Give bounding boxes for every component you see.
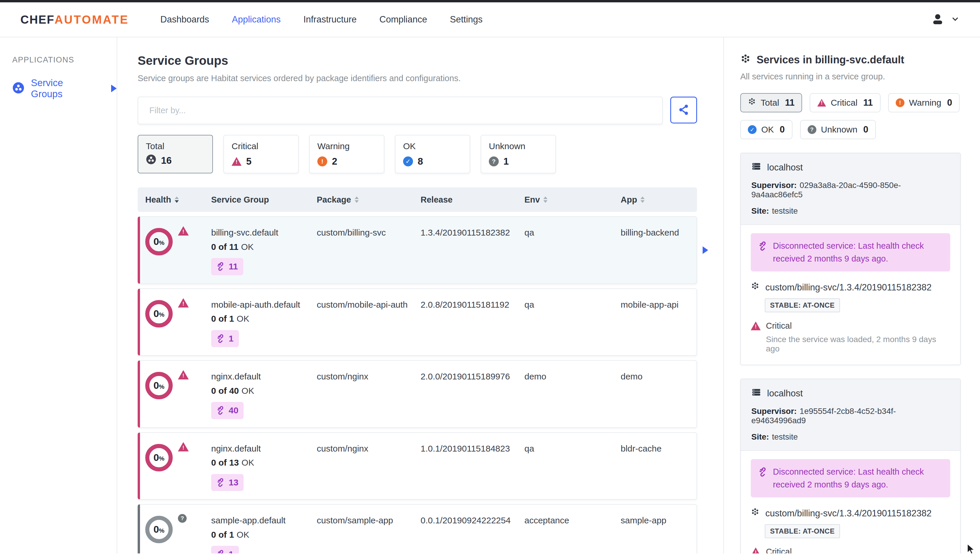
unknown-icon	[808, 125, 816, 134]
release-cell: 2.0.8/20190115181192	[421, 299, 524, 347]
host-name: localhost	[767, 162, 803, 173]
ok-count: 0 of 1OK	[211, 313, 309, 325]
table-row-nginx-demo[interactable]: 0% nginx.default 0 of 40OK 40 custom/ngi…	[138, 360, 697, 428]
detail-subtitle: All services running in a service group.	[740, 72, 961, 81]
ok-count: 0 of 13OK	[211, 457, 309, 469]
sort-icon[interactable]	[355, 196, 359, 203]
stat-value: 1	[503, 156, 509, 167]
warning-icon	[317, 156, 327, 166]
health-donut: 0%	[145, 228, 173, 255]
sort-icon[interactable]	[175, 196, 179, 203]
stat-card-critical[interactable]: Critical 5	[223, 135, 299, 173]
ok-count: 0 of 40OK	[211, 385, 309, 397]
package-dots-icon	[751, 508, 759, 519]
nav-infrastructure[interactable]: Infrastructure	[303, 14, 357, 25]
main-nav: Dashboards Applications Infrastructure C…	[161, 14, 931, 25]
column-header-package[interactable]: Package	[317, 195, 421, 204]
service-card[interactable]: localhost Supervisor:1e95554f-2cb8-4c52-…	[740, 378, 961, 553]
release-cell: 2.0.0/20190115189976	[421, 371, 524, 419]
warning-icon	[896, 98, 904, 107]
critical-icon	[817, 99, 826, 107]
service-group-list: 0% billing-svc.default 0 of 11OK 11 cust…	[138, 216, 697, 553]
table-header: Health Service Group Package Release Env…	[138, 187, 697, 212]
stat-card-ok[interactable]: OK 8	[395, 135, 470, 173]
stat-value: 16	[161, 155, 172, 166]
badge-ok[interactable]: OK0	[740, 120, 792, 139]
health-donut: 0%	[145, 300, 173, 327]
stat-label: Critical	[232, 141, 291, 151]
page-title: Service Groups	[138, 54, 723, 68]
column-header-app[interactable]: App	[620, 195, 697, 204]
services-dots-icon	[740, 54, 751, 65]
chef-automate-logo[interactable]: CHEFAUTOMATE	[21, 13, 129, 26]
top-strip	[0, 0, 980, 2]
env-cell: acceptance	[524, 515, 620, 553]
critical-icon	[751, 548, 760, 554]
package-cell: custom/nginx	[317, 371, 421, 419]
stat-card-warning[interactable]: Warning 2	[309, 135, 384, 173]
package-dots-icon	[751, 282, 759, 293]
disconnected-count-badge: 1	[211, 546, 239, 553]
stat-card-unknown[interactable]: Unknown 1	[480, 135, 556, 173]
user-menu[interactable]	[931, 12, 959, 27]
service-card-header: localhost Supervisor:1e95554f-2cb8-4c52-…	[741, 379, 960, 451]
column-header-service-group[interactable]: Service Group	[211, 195, 317, 204]
table-row-billing-svc[interactable]: 0% billing-svc.default 0 of 11OK 11 cust…	[138, 216, 697, 284]
nav-settings[interactable]: Settings	[450, 14, 482, 25]
sort-icon[interactable]	[543, 196, 547, 203]
ok-icon	[748, 125, 757, 134]
disconnected-alert: Disconnected service: Last health check …	[751, 459, 950, 497]
stat-card-total[interactable]: Total 16	[138, 135, 213, 173]
brand-automate: AUTOMATE	[54, 13, 129, 26]
sidebar-section-label: APPLICATIONS	[12, 56, 117, 64]
package-cell: custom/sample-app	[317, 515, 421, 553]
channel-tag: STABLE: AT-ONCE	[765, 298, 840, 312]
total-services-icon	[146, 154, 156, 167]
critical-icon	[178, 298, 189, 308]
table-row-nginx-qa[interactable]: 0% nginx.default 0 of 13OK 13 custom/ngi…	[138, 432, 697, 500]
table-row-mobile-api-auth[interactable]: 0% mobile-api-auth.default 0 of 1OK 1 cu…	[138, 288, 697, 356]
stat-label: Total	[146, 141, 205, 151]
env-cell: demo	[524, 371, 620, 419]
badge-unknown[interactable]: Unknown0	[800, 120, 876, 139]
service-group-name: sample-app.default	[211, 515, 309, 527]
detail-status-filters: Total11 Critical11 Warning0 OK0 Unknown0	[740, 93, 961, 139]
ok-count: 0 of 11OK	[211, 241, 309, 253]
nav-dashboards[interactable]: Dashboards	[161, 14, 209, 25]
badge-total[interactable]: Total11	[740, 93, 802, 112]
badge-critical[interactable]: Critical11	[810, 93, 880, 112]
column-header-health[interactable]: Health	[145, 195, 211, 204]
column-header-release[interactable]: Release	[421, 195, 524, 204]
release-cell: 0.0.1/20190924222254	[421, 515, 524, 553]
service-card-header: localhost Supervisor:029a3a8a-20ac-4590-…	[741, 153, 960, 225]
column-header-env[interactable]: Env	[524, 195, 620, 204]
app-cell: mobile-app-api	[620, 299, 697, 347]
detail-title: Services in billing-svc.default	[757, 54, 904, 66]
expand-arrow-icon[interactable]	[111, 85, 117, 92]
page-subtitle: Service groups are Habitat services orde…	[138, 73, 723, 83]
share-icon	[678, 104, 689, 117]
selected-row-arrow-icon	[703, 246, 708, 254]
stat-label: Warning	[317, 141, 376, 151]
nav-compliance[interactable]: Compliance	[379, 14, 427, 25]
filter-input[interactable]	[138, 97, 663, 125]
service-card[interactable]: localhost Supervisor:029a3a8a-20ac-4590-…	[740, 153, 961, 365]
table-row-sample-app[interactable]: 0% sample-app.default 0 of 1OK 1 custom/…	[138, 504, 697, 553]
release-cell: 1.0.1/20190115184823	[421, 443, 524, 491]
app-cell: demo	[620, 371, 697, 419]
badge-warning[interactable]: Warning0	[888, 93, 960, 112]
disconnected-alert: Disconnected service: Last health check …	[751, 233, 950, 271]
env-cell: qa	[524, 443, 620, 491]
sort-icon[interactable]	[641, 196, 644, 203]
share-button[interactable]	[670, 97, 697, 123]
critical-icon	[178, 442, 189, 452]
supervisor-line: Supervisor:029a3a8a-20ac-4590-850e-9a4aa…	[751, 181, 950, 200]
stat-value: 8	[418, 156, 423, 167]
nav-applications[interactable]: Applications	[232, 14, 281, 25]
server-icon	[751, 161, 761, 174]
sidebar-item-service-groups[interactable]: Service Groups	[12, 77, 117, 99]
stat-value: 5	[246, 156, 251, 167]
disconnected-count-badge: 11	[211, 258, 243, 275]
main-content: Service Groups Service groups are Habita…	[117, 37, 723, 553]
health-status-line: Critical	[751, 321, 950, 331]
